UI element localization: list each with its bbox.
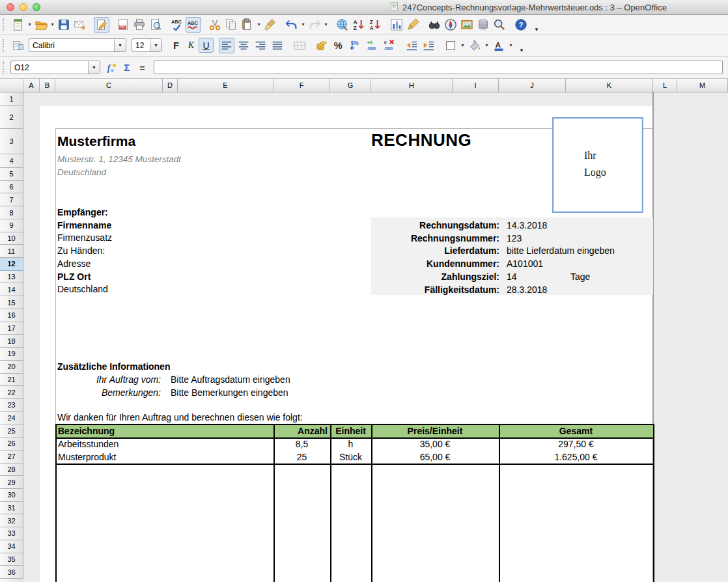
detail-label[interactable]: Rechnungsdatum: xyxy=(371,219,499,232)
redo-dropdown-arrow[interactable]: ▾ xyxy=(323,17,329,33)
recipient-line[interactable]: Adresse xyxy=(57,258,91,271)
align-justified-button[interactable] xyxy=(270,38,285,53)
data-sources-button[interactable] xyxy=(475,17,491,33)
items-table-cell[interactable]: h xyxy=(333,438,369,450)
additional-info-label[interactable]: Ihr Auftrag vom: xyxy=(57,374,161,387)
clone-formatting-button[interactable] xyxy=(262,17,278,33)
minimize-button[interactable] xyxy=(20,3,27,11)
row-header-14[interactable]: 14 xyxy=(0,283,23,296)
row-header-6[interactable]: 6 xyxy=(0,181,23,194)
italic-button[interactable]: K xyxy=(184,38,199,53)
zoom-button[interactable] xyxy=(492,17,507,33)
navigator-button[interactable] xyxy=(443,17,458,33)
items-table-header-cell[interactable]: Gesamt xyxy=(501,425,651,437)
underline-button[interactable]: U xyxy=(199,38,214,53)
detail-label[interactable]: Lieferdatum: xyxy=(371,245,499,258)
standard-format-button[interactable]: $% xyxy=(348,38,363,53)
recipient-line[interactable]: Zu Händen: xyxy=(57,245,105,258)
name-box[interactable]: O12 ▼ xyxy=(10,61,100,74)
row-header-33[interactable]: 33 xyxy=(0,527,23,540)
row-header-16[interactable]: 16 xyxy=(0,309,23,322)
save-document-button[interactable] xyxy=(56,17,72,33)
spellcheck-button[interactable]: ABC xyxy=(169,17,185,33)
name-box-dropdown-arrow[interactable]: ▼ xyxy=(88,61,100,74)
undo-button[interactable] xyxy=(284,17,300,33)
currency-format-button[interactable] xyxy=(314,38,329,53)
font-size-value[interactable]: 12 xyxy=(132,41,150,50)
background-color-button[interactable] xyxy=(467,38,483,53)
row-header-22[interactable]: 22 xyxy=(0,386,23,399)
auto-spellcheck-button[interactable]: ABC xyxy=(186,17,201,33)
items-table-cell[interactable]: 35,00 € xyxy=(374,438,496,450)
detail-label[interactable]: Rechnungsnummer: xyxy=(371,232,499,245)
font-size-combo[interactable]: 12 ▼ xyxy=(132,38,162,52)
detail-value[interactable]: A101001 xyxy=(507,258,543,271)
copy-button[interactable] xyxy=(223,17,239,33)
column-header-A[interactable]: A xyxy=(23,78,40,92)
percent-format-button[interactable]: % xyxy=(331,38,346,53)
paste-button[interactable] xyxy=(240,17,255,33)
company-country[interactable]: Deutschland xyxy=(57,166,106,179)
column-header-J[interactable]: J xyxy=(499,78,566,92)
select-all-corner[interactable] xyxy=(0,78,23,92)
recipient-line[interactable]: Firmenzusatz xyxy=(57,232,112,245)
recipient-line[interactable]: PLZ Ort xyxy=(57,271,91,284)
recipient-line[interactable]: Firmenname xyxy=(57,219,111,232)
detail-label[interactable]: Kundennummer: xyxy=(371,258,499,271)
toolbar-options-arrow[interactable]: ▼ xyxy=(518,38,525,53)
align-center-button[interactable] xyxy=(236,38,251,53)
insert-chart-button[interactable] xyxy=(389,17,404,33)
function-equals-button[interactable]: = xyxy=(135,60,151,76)
detail-value[interactable]: bitte Lieferdatum eingeben xyxy=(507,245,615,258)
delete-decimal-button[interactable]: 0.000 xyxy=(382,38,397,53)
detail-value[interactable]: 14.3.2018 xyxy=(507,219,547,232)
items-table-cell[interactable]: 8,5 xyxy=(276,438,328,450)
decrease-indent-button[interactable] xyxy=(404,38,419,53)
row-header-3[interactable]: 3 xyxy=(0,129,23,154)
row-header-27[interactable]: 27 xyxy=(0,450,23,464)
items-table-header-cell[interactable]: Bezeichnung xyxy=(58,425,271,437)
items-table-cell[interactable]: 297,50 € xyxy=(501,438,651,450)
add-decimal-button[interactable]: +0.000 xyxy=(365,38,380,53)
sort-ascending-button[interactable]: AZ xyxy=(351,17,367,33)
new-document-dropdown-arrow[interactable]: ▾ xyxy=(27,17,33,33)
detail-label[interactable]: Fälligkeitsdatum: xyxy=(371,284,499,297)
help-button[interactable]: ? xyxy=(513,17,529,33)
font-size-dropdown-arrow[interactable]: ▼ xyxy=(150,39,161,51)
detail-label[interactable]: Zahlungsziel: xyxy=(371,271,499,284)
row-header-21[interactable]: 21 xyxy=(0,374,23,387)
row-header-20[interactable]: 20 xyxy=(0,361,23,374)
items-table-cell[interactable]: 1.625,00 € xyxy=(501,451,651,464)
hyperlink-button[interactable] xyxy=(335,17,350,33)
row-header-2[interactable]: 2 xyxy=(0,106,23,129)
row-header-34[interactable]: 34 xyxy=(0,540,23,553)
column-header-G[interactable]: G xyxy=(330,78,371,92)
additional-info-value[interactable]: Bitte Bemerkungen eingeben xyxy=(171,387,288,400)
additional-info-heading[interactable]: Zusätzliche Informationen xyxy=(57,361,170,374)
items-table-header-cell[interactable]: Anzahl xyxy=(276,425,328,437)
recipient-line[interactable]: Empfänger: xyxy=(57,206,108,219)
font-name-value[interactable]: Calibri xyxy=(29,41,114,50)
row-header-32[interactable]: 32 xyxy=(0,514,23,527)
row-header-10[interactable]: 10 xyxy=(0,232,23,245)
print-file-button[interactable] xyxy=(132,17,147,33)
row-header-17[interactable]: 17 xyxy=(0,322,23,335)
column-header-F[interactable]: F xyxy=(273,78,330,92)
align-left-button[interactable] xyxy=(219,38,234,53)
font-color-button[interactable]: A xyxy=(491,38,507,53)
show-draw-functions-button[interactable] xyxy=(405,17,421,33)
items-table-header-cell[interactable]: Einheit xyxy=(333,425,369,437)
row-header-24[interactable]: 24 xyxy=(0,412,23,425)
column-header-E[interactable]: E xyxy=(178,78,273,92)
items-table-cell[interactable]: 25 xyxy=(276,451,328,464)
column-header-K[interactable]: K xyxy=(566,78,653,92)
row-header-23[interactable]: 23 xyxy=(0,399,23,412)
sort-descending-button[interactable]: ZA xyxy=(367,17,383,33)
close-button[interactable] xyxy=(7,3,14,11)
row-header-25[interactable]: 25 xyxy=(0,424,23,437)
sheet-canvas[interactable]: Musterfirma Musterstr. 1, 12345 Musterst… xyxy=(23,92,728,582)
cell-reference-value[interactable]: O12 xyxy=(11,63,88,72)
additional-info-value[interactable]: Bitte Auftragsdatum eingeben xyxy=(171,374,290,387)
row-header-19[interactable]: 19 xyxy=(0,348,23,361)
align-right-button[interactable] xyxy=(253,38,268,53)
